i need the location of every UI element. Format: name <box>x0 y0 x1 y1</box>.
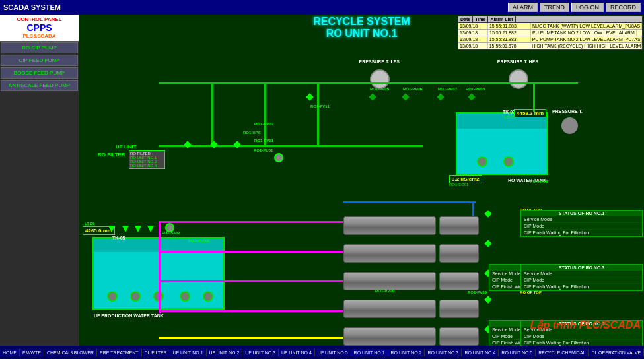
valve-membrane-2 <box>484 240 491 247</box>
pressure-hps-label: PRESSURE T. HPS <box>497 59 538 64</box>
ro-water-tank <box>456 112 548 175</box>
alarm-row: 13/09/18 15:55:31.883 PU PUMP TANK NO.2 … <box>458 36 642 43</box>
blue-pipe-1 <box>343 201 476 203</box>
taskbar-dlop-button[interactable]: DL OPERATION VALVE <box>589 349 644 356</box>
taskbar-chemical-button[interactable]: CHEMICAL&BLOWER <box>44 349 97 356</box>
taskbar-ro2-button[interactable]: RO UNIT NO.2 <box>388 349 425 356</box>
taskbar-uf3-button[interactable]: UF UNIT NO.3 <box>242 349 279 356</box>
valve-4 <box>306 93 313 100</box>
main-top-pipe-2 <box>499 82 578 84</box>
ro1-pu01-label: RO1-PU01 <box>254 148 273 152</box>
cip-feed-pump-button[interactable]: CIP FEED PUMP <box>1 55 78 66</box>
ro1-pv11-label: RO1-PV11 <box>310 104 330 108</box>
taskbar: HOME P.WWTP CHEMICAL&BLOWER PRE TREATMEN… <box>0 346 644 359</box>
status-ro1-service: Service Mode <box>521 216 642 223</box>
logo-area: CONTROL PANEL CPPS PLC&SCADA <box>0 15 79 42</box>
pipe-uf-main <box>159 145 423 147</box>
taskbar-uf2-button[interactable]: UF UNIT NO.2 <box>207 349 243 356</box>
taskbar-pwwtp-button[interactable]: P.WWTP <box>20 349 44 356</box>
taskbar-uf4-button[interactable]: UF UNIT NO.4 <box>279 349 315 356</box>
alarm-panel: Date Time Alarm List 13/09/18 15:55:31.8… <box>458 16 643 50</box>
taskbar-ro5-button[interactable]: RO UNIT NO.5 <box>499 349 536 356</box>
taskbar-ro1-button[interactable]: RO UNIT NO.1 <box>351 349 388 356</box>
tri-valve-2 <box>122 226 129 232</box>
valve-6 <box>402 93 409 100</box>
valve-5 <box>369 93 376 100</box>
ro1-pv01-label: RO1-PV01 <box>254 139 273 143</box>
taskbar-dlfilter-button[interactable]: DL FILTER <box>142 349 170 356</box>
app-title: SCADA SYSTEM <box>3 3 61 11</box>
pump-ro1-pu01 <box>274 153 283 162</box>
process-area: TK-05 UF PRODUCTION WATER TANK TK 07 RO … <box>79 46 644 346</box>
pump-ro-tank-2 <box>503 156 514 167</box>
pressure-gauge-hps <box>509 69 528 89</box>
pu06ab-label: PU-06A/B <box>530 180 548 183</box>
ro-filter-box: RO FILTER RO UNIT NO.1 RO UNIT NO.2 RO U… <box>129 150 165 169</box>
taskbar-ro3-button[interactable]: RO UNIT NO.3 <box>425 349 462 356</box>
taskbar-uf5-button[interactable]: UF UNIT NO.5 <box>315 349 351 356</box>
uf-unit-label: UF UNIT <box>116 144 137 150</box>
pump-in-tank-4 <box>180 291 190 302</box>
taskbar-recycle-button[interactable]: RECYCLE CHEMICAL <box>536 349 589 356</box>
ro1-pv09-label: RO1-PV09 <box>468 290 487 294</box>
antiscale-feed-pump-button[interactable]: ANTISCALE FEED PUMP <box>1 80 78 91</box>
pump-in-tank-1 <box>107 291 118 302</box>
logon-button[interactable]: LOG ON <box>571 3 604 12</box>
status-ro5-cip: CIP Mode <box>521 333 642 340</box>
ro1-pv08-label: RO1-PV08 <box>466 87 485 91</box>
pipe-v3 <box>317 82 319 145</box>
tri-valve-3 <box>135 226 141 232</box>
main-content: RECYCLE SYSTEM RO UNIT NO.1 Date Time Al… <box>79 15 644 346</box>
header-bar: SCADA SYSTEM ALARM TREND LOG ON RECORD <box>0 0 644 15</box>
pink-pipe-v1 <box>159 221 161 313</box>
boose-feed-pump-button[interactable]: BOOSE FEED PUMP <box>1 67 78 79</box>
page-title: RECYCLE SYSTEM RO UNIT NO.1 <box>313 16 410 40</box>
ro-cip-pump-button[interactable]: RO CIP PUMP <box>1 42 78 53</box>
trend-button[interactable]: TREND <box>540 3 569 12</box>
ro-fil-label: RO FILTER <box>98 152 125 158</box>
header-buttons: ALARM TREND LOG ON RECORD <box>508 3 641 12</box>
pipe-v1 <box>211 82 213 145</box>
alarm-header: Date Time Alarm List <box>458 16 642 23</box>
logo-control-text: CONTROL PANEL <box>2 16 77 22</box>
taskbar-ro4-button[interactable]: RO UNIT NO.4 <box>462 349 499 356</box>
tri-valve-4 <box>147 226 154 232</box>
left-sidebar: CONTROL PANEL CPPS PLC&SCADA RO CIP PUMP… <box>0 15 79 346</box>
pu05cde-label: PU-05C/D/E <box>188 239 210 243</box>
pipe-v2 <box>264 82 266 145</box>
status-ro3-header: STATUS OF RO NO.3 <box>521 265 642 271</box>
logo-plcscada-text: PLC&SCADA <box>2 33 77 39</box>
pump-in-tank-5 <box>203 291 213 302</box>
pressure-t-label: PRESSURE T. <box>552 109 583 114</box>
taskbar-home-button[interactable]: HOME <box>0 349 20 356</box>
valve-8 <box>468 93 475 100</box>
pipe-down-ro <box>533 82 535 112</box>
pump-ro-tank-1 <box>477 156 487 167</box>
ro1-hps-label: RO1-HPS <box>243 131 261 135</box>
lt05-label: LT-05 <box>85 222 94 226</box>
valve-membrane-1 <box>484 210 491 217</box>
status-ro1-header: STATUS OF RO NO.1 <box>521 211 642 216</box>
status-ro1-cip: CIP Mode <box>521 223 642 230</box>
lc06-label: LC-06 <box>505 115 515 119</box>
pump-in-tank-2 <box>130 291 141 302</box>
status-ro3-service: Service Mode <box>521 271 642 277</box>
status-ro3-cip: CIP Mode <box>521 277 642 284</box>
uf-tank-id-label: TK-05 <box>112 236 125 240</box>
ro1-pv02-label: RO1-PV02 <box>254 122 273 126</box>
pressure-gauge-lps <box>370 69 390 89</box>
ro-level-display: 4458.3 mm <box>514 109 546 117</box>
watermark-text: Lập trình PLC/SCADA <box>530 319 641 331</box>
logo-cpps-text: CPPS <box>2 22 77 33</box>
pressure-lps-label: PRESSURE T. LPS <box>359 59 400 64</box>
record-button[interactable]: RECORD <box>606 3 641 12</box>
alarm-button[interactable]: ALARM <box>508 3 538 12</box>
status-ro1-finish: CIP Finish Waiting For Filtration <box>521 230 642 236</box>
status-ro3-panel: STATUS OF RO NO.3 Service Mode CIP Mode … <box>520 264 643 291</box>
tri-valve-1 <box>108 226 115 232</box>
taskbar-pretreat-button[interactable]: PRE TREATMENT <box>97 349 141 356</box>
valve-membrane-4 <box>484 296 491 303</box>
pressure-gauge-t <box>561 117 578 134</box>
ec01-label: RO1-EC01 <box>449 183 468 187</box>
taskbar-uf1-button[interactable]: UF UNIT NO.1 <box>170 349 207 356</box>
